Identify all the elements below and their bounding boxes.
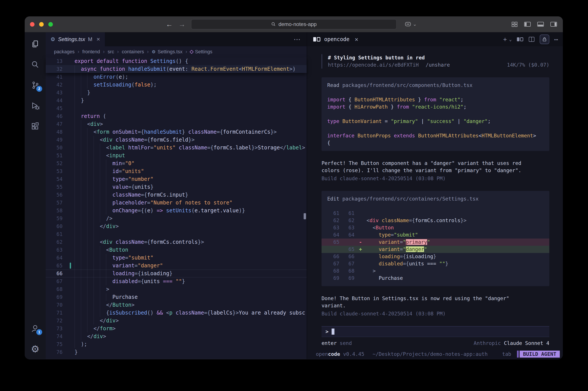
- old-line-number: [327, 246, 339, 253]
- indent-guide: [94, 277, 100, 285]
- code-line[interactable]: 71{isSubscribed() && <p className={label…: [46, 309, 307, 317]
- code-line[interactable]: 51<input: [46, 152, 307, 159]
- code-line[interactable]: 64type="submit": [46, 254, 307, 262]
- source-control-icon[interactable]: 2: [30, 80, 40, 91]
- code-line[interactable]: 48<form onSubmit={handleSubmit} classNam…: [46, 128, 307, 136]
- code-line[interactable]: 58onChange={(e) => setUnits(e.target.val…: [46, 207, 307, 214]
- editor-actions-icon[interactable]: ⋯: [287, 32, 307, 46]
- breadcrumb-item-src[interactable]: src: [108, 49, 114, 55]
- code-line[interactable]: 52min="0": [46, 159, 307, 167]
- indent-guide: [75, 214, 81, 222]
- line-number: 48: [46, 128, 63, 136]
- code-line[interactable]: 42setIsLoading(false);: [46, 81, 307, 89]
- minimize-window-button[interactable]: [39, 22, 44, 27]
- code-line[interactable]: 13export default function Settings() {: [46, 57, 307, 65]
- code-line[interactable]: 60</div>: [46, 222, 307, 230]
- more-actions-icon[interactable]: ⋯: [554, 36, 558, 43]
- search-icon[interactable]: [30, 59, 40, 70]
- customize-layout-icon[interactable]: [511, 21, 518, 27]
- indent-guide: [75, 175, 81, 183]
- code-editor[interactable]: 41onError(e);42setIsLoading(false);43}44…: [46, 73, 307, 359]
- code-line[interactable]: 73</form>: [46, 325, 307, 332]
- breadcrumb-item-settings-tsx[interactable]: ⚙Settings.tsx: [152, 49, 183, 55]
- close-tab-icon[interactable]: ×: [97, 36, 100, 43]
- old-line-number: 63: [327, 224, 339, 231]
- old-line-number: 61: [327, 210, 339, 217]
- toggle-panel-icon[interactable]: [537, 21, 544, 27]
- indent-guide: [75, 191, 81, 199]
- code-line[interactable]: 74</div>: [46, 332, 307, 340]
- extensions-icon[interactable]: [30, 121, 40, 131]
- code-line[interactable]: 76}: [46, 348, 307, 356]
- new-line-number: 62: [339, 217, 354, 224]
- code-line[interactable]: 46return (: [46, 112, 307, 120]
- code-line[interactable]: 59/>: [46, 214, 307, 222]
- prompt-input[interactable]: >: [322, 326, 549, 337]
- code-line[interactable]: 65variant="danger": [46, 262, 307, 270]
- code-line[interactable]: 43}: [46, 89, 307, 97]
- indent-guide: [94, 270, 100, 277]
- tab-settings-tsx[interactable]: ⚙ Settings.tsx M ×: [46, 32, 105, 46]
- forward-icon[interactable]: →: [178, 21, 185, 28]
- code-line[interactable]: 67disabled={units === ""}: [46, 277, 307, 285]
- opencode-panel: opencode × + ⌄: [307, 32, 563, 359]
- code-line[interactable]: 68>: [46, 285, 307, 293]
- code-line[interactable]: 57placeholder="Number of notes to store": [46, 199, 307, 207]
- code-line[interactable]: 53id="units": [46, 167, 307, 175]
- session-title: # Styling Settings button in red: [328, 54, 549, 61]
- breadcrumb-item-settings[interactable]: Settings: [190, 49, 213, 55]
- code-line[interactable]: 55value={units}: [46, 183, 307, 191]
- code-line[interactable]: 61: [46, 230, 307, 238]
- breadcrumb-item-packages[interactable]: packages: [54, 49, 75, 55]
- code-line[interactable]: 75);: [46, 340, 307, 348]
- code-line[interactable]: 62<div className={formCs.controls}>: [46, 238, 307, 246]
- agent-mode[interactable]: BUILD AGENT: [517, 351, 560, 358]
- code-line[interactable]: 41onError(e);: [46, 73, 307, 81]
- explorer-icon[interactable]: [30, 39, 40, 49]
- close-window-button[interactable]: [30, 22, 34, 27]
- old-line-number: 62: [327, 217, 339, 224]
- code-line[interactable]: 44}: [46, 97, 307, 104]
- toggle-primary-sidebar-icon[interactable]: [524, 21, 531, 27]
- code-line[interactable]: 47<div>: [46, 120, 307, 128]
- indent-guide: [106, 293, 112, 301]
- scrollbar-thumb[interactable]: [304, 213, 306, 219]
- code-line[interactable]: 70</Button>: [46, 301, 307, 309]
- share-url[interactable]: https://opencode.ai/s/eBdFXTiH: [328, 62, 419, 68]
- close-panel-icon[interactable]: ×: [355, 36, 358, 43]
- indent-guide: [75, 73, 81, 81]
- indent-guide: [94, 238, 100, 246]
- toggle-secondary-sidebar-icon[interactable]: [550, 21, 557, 27]
- command-center-search[interactable]: demo-notes-app: [191, 19, 396, 29]
- indent-guide: [87, 317, 94, 325]
- run-debug-icon[interactable]: [30, 100, 40, 111]
- split-editor-icon[interactable]: [528, 36, 535, 42]
- code-line[interactable]: 56className={formCs.input}: [46, 191, 307, 199]
- new-session-icon[interactable]: +: [503, 36, 507, 43]
- opencode-logo-small[interactable]: [516, 37, 524, 42]
- code-line[interactable]: 72</div>: [46, 317, 307, 325]
- unshare-command[interactable]: /unshare: [426, 62, 450, 68]
- indent-guide: [94, 183, 100, 191]
- code-line[interactable]: 45: [46, 104, 307, 112]
- code-line[interactable]: 69Purchase: [46, 293, 307, 301]
- code-line[interactable]: 63<Button: [46, 246, 307, 254]
- accounts-icon[interactable]: 1: [30, 323, 40, 334]
- agent-bar: [517, 351, 519, 358]
- indent-guide: [75, 128, 81, 136]
- breadcrumb-item-frontend[interactable]: frontend: [82, 49, 100, 55]
- code-line[interactable]: 66loading={isLoading}: [46, 270, 307, 277]
- zoom-window-button[interactable]: [48, 22, 53, 27]
- code-line[interactable]: 54type="number": [46, 175, 307, 183]
- back-icon[interactable]: ←: [166, 21, 173, 28]
- code-line[interactable]: 50<label htmlFor="units" className={form…: [46, 144, 307, 152]
- chevron-down-icon[interactable]: ⌄: [509, 37, 512, 42]
- code-line[interactable]: 49<div className={formCs.field}>: [46, 136, 307, 144]
- workbench: 2 1 ⚙: [25, 32, 563, 359]
- copilot-menu[interactable]: ⌄: [404, 21, 417, 28]
- lock-toggle[interactable]: [540, 34, 549, 44]
- code-line[interactable]: 32async function handleSubmit(event: Rea…: [46, 65, 307, 73]
- prompt-caret: >: [326, 328, 329, 335]
- breadcrumb-item-containers[interactable]: containers: [122, 49, 144, 55]
- settings-gear-icon[interactable]: ⚙: [30, 344, 40, 354]
